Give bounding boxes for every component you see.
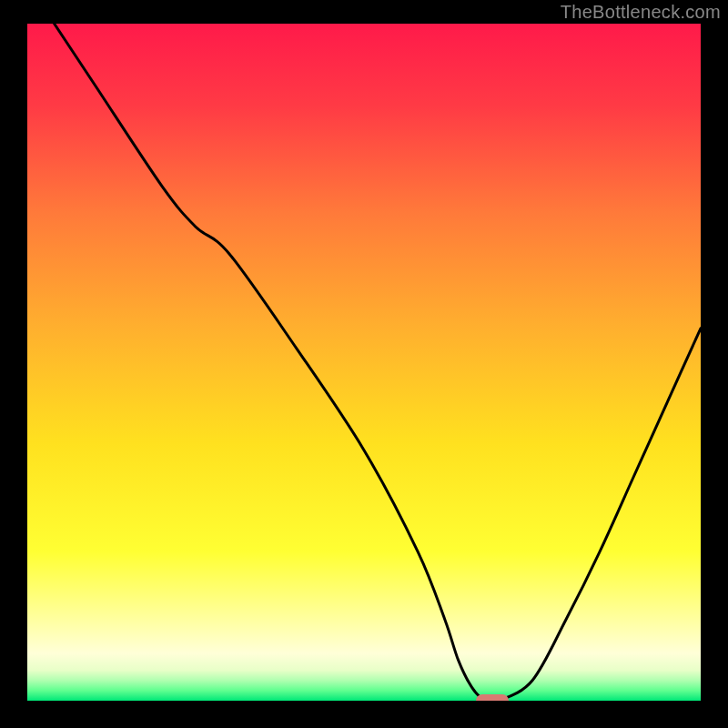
chart-container: TheBottleneck.com [0, 0, 728, 728]
data-marker [476, 694, 509, 701]
curve-line [27, 24, 701, 701]
watermark-label: TheBottleneck.com [561, 2, 721, 23]
plot-area [27, 24, 701, 701]
